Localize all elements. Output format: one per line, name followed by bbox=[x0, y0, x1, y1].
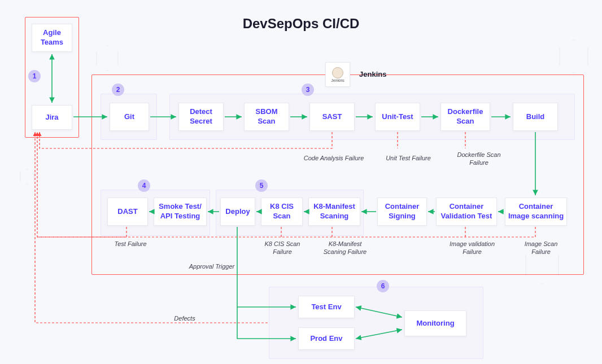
label-test-failure: Test Failure bbox=[105, 240, 156, 248]
node-sast: SAST bbox=[309, 103, 355, 131]
badge-3: 3 bbox=[302, 84, 314, 96]
label-dockerfile-scan-failure: Dockerfile Scan Failure bbox=[445, 151, 513, 167]
bg-hex-icon bbox=[20, 168, 34, 185]
node-prod-env: Prod Env bbox=[298, 327, 355, 350]
label-k8-cis-scan-failure: K8 CIS Scan Failure bbox=[254, 240, 311, 256]
node-agile-teams: Agile Teams bbox=[32, 24, 72, 52]
label-image-validation-failure: Image validation Failure bbox=[438, 240, 506, 256]
node-container-signing: Container Signing bbox=[377, 198, 427, 226]
badge-6: 6 bbox=[377, 280, 389, 292]
node-unit-test: Unit-Test bbox=[375, 103, 420, 131]
node-container-image-scanning: Container Image scanning bbox=[505, 198, 567, 226]
node-dockerfile-scan: Dockerfile Scan bbox=[440, 103, 490, 131]
label-approval-trigger: Approval Trigger bbox=[181, 263, 243, 271]
node-sbom-scan: SBOM Scan bbox=[244, 103, 289, 131]
node-container-validation-test: Container Validation Test bbox=[436, 198, 497, 226]
jenkins-label: Jenkins bbox=[359, 70, 386, 78]
badge-2: 2 bbox=[112, 84, 124, 96]
bg-hex-icon bbox=[96, 45, 119, 71]
badge-1: 1 bbox=[28, 70, 41, 82]
node-detect-secret: Detect Secret bbox=[178, 103, 224, 131]
bg-hex-icon bbox=[559, 40, 588, 73]
badge-5: 5 bbox=[255, 179, 268, 192]
label-code-analysis-failure: Code Analysis Failure bbox=[297, 155, 370, 163]
badge-4: 4 bbox=[138, 179, 150, 192]
node-k8-cis-scan: K8 CIS Scan bbox=[261, 198, 303, 226]
node-jira: Jira bbox=[32, 105, 72, 130]
node-git: Git bbox=[110, 103, 149, 131]
label-unit-test-failure: Unit Test Failure bbox=[377, 155, 439, 163]
node-smoke-test: Smoke Test/ API Testing bbox=[154, 198, 207, 226]
node-deploy: Deploy bbox=[220, 198, 255, 226]
label-k8-manifest-scanning-failure: K8-Manifest Scaning Failure bbox=[314, 240, 376, 256]
node-build: Build bbox=[513, 103, 558, 131]
node-k8-manifest-scanning: K8-Manifest Scaning bbox=[308, 198, 360, 226]
page-title: DevSepOps CI/CD bbox=[0, 16, 602, 32]
node-monitoring: Monitoring bbox=[404, 310, 466, 336]
node-test-env: Test Env bbox=[298, 296, 355, 318]
label-defects: Defects bbox=[165, 315, 204, 323]
node-dast: DAST bbox=[107, 198, 148, 226]
label-image-scan-failure: Image Scan Failure bbox=[513, 240, 569, 256]
jenkins-icon: Jenkins bbox=[325, 62, 350, 87]
